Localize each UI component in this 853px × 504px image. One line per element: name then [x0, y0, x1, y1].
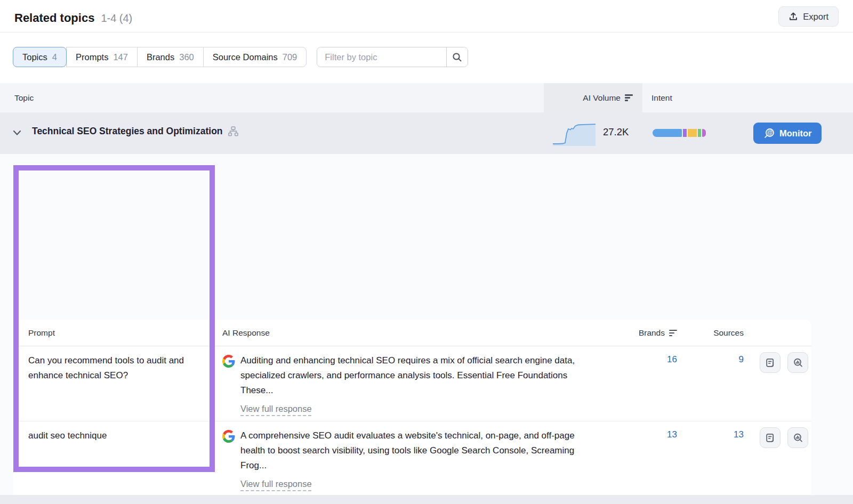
tab-prompts-label: Prompts: [76, 52, 108, 62]
tab-prompts[interactable]: Prompts 147: [66, 47, 138, 67]
prompt-table-row: audit seo technique A comprehensive SEO …: [13, 421, 811, 497]
view-full-response-link[interactable]: View full response: [240, 401, 312, 416]
tab-source-domains[interactable]: Source Domains 709: [203, 47, 307, 67]
prompt-table-row: Can you recommend tools to audit and enh…: [13, 346, 811, 421]
column-header-ai-volume[interactable]: AI Volume: [544, 83, 642, 112]
ai-response-text: A comprehensive SEO audit evaluates a we…: [240, 430, 575, 470]
tab-source-domains-count: 709: [283, 52, 297, 62]
sort-desc-icon: [669, 330, 677, 337]
intent-segment: [698, 129, 701, 137]
analyze-magnifier-button[interactable]: [787, 352, 808, 373]
next-row-edge: [0, 495, 853, 504]
monitor-button-label: Monitor: [779, 128, 811, 139]
tab-brands-count: 360: [179, 52, 194, 62]
column-header-prompt: Prompt: [28, 328, 55, 338]
magnifier-chart-icon: [793, 357, 803, 368]
topic-filter-input[interactable]: [317, 47, 446, 67]
svg-text:@: @: [767, 129, 772, 135]
prompt-table-header: Prompt AI Response Brands Sources: [13, 320, 811, 346]
related-topics-page: Related topics 1-4 (4) Export Topics 4 P…: [0, 0, 853, 504]
brands-count-link[interactable]: 16: [610, 354, 677, 365]
view-full-response-link[interactable]: View full response: [240, 476, 312, 491]
column-header-topic: Topic: [14, 93, 34, 103]
export-button[interactable]: Export: [778, 6, 839, 27]
tab-topics-count: 4: [52, 52, 57, 62]
intent-distribution-bar: [653, 129, 706, 137]
topic-name[interactable]: Technical SEO Strategies and Optimizatio…: [32, 126, 238, 137]
report-button[interactable]: [760, 352, 780, 373]
prompt-text: audit seo technique: [28, 428, 210, 443]
tab-source-domains-label: Source Domains: [213, 52, 278, 62]
document-lines-icon: [765, 433, 776, 443]
ai-volume-label: AI Volume: [583, 93, 621, 103]
filter-bar: Topics 4 Prompts 147 Brands 360 Source D…: [13, 47, 468, 67]
tab-brands-label: Brands: [147, 52, 174, 62]
column-header-brands[interactable]: Brands: [610, 328, 677, 338]
row-actions: [760, 352, 808, 373]
tab-topics-label: Topics: [22, 52, 47, 62]
monitor-button[interactable]: @ Monitor: [753, 123, 822, 144]
column-header-ai-response: AI Response: [222, 328, 270, 338]
search-icon: [452, 52, 462, 62]
ai-response-cell: A comprehensive SEO audit evaluates a we…: [240, 428, 591, 492]
column-header-sources: Sources: [682, 328, 744, 338]
upload-icon: [788, 12, 798, 21]
sources-count[interactable]: 13: [682, 429, 744, 440]
google-logo-icon: [222, 430, 235, 443]
export-button-label: Export: [803, 12, 828, 22]
prompt-text: Can you recommend tools to audit and enh…: [28, 353, 210, 383]
topic-row: Technical SEO Strategies and Optimizatio…: [0, 112, 853, 154]
sources-count[interactable]: 9: [682, 354, 744, 365]
page-header: Related topics 1-4 (4) Export: [14, 7, 839, 29]
prompt-rows: Can you recommend tools to audit and enh…: [13, 346, 811, 504]
ai-volume-value: 27.2K: [603, 126, 629, 138]
brands-count-link[interactable]: 13: [610, 429, 677, 440]
sitemap-icon: [228, 126, 238, 136]
entity-tabs: Topics 4 Prompts 147 Brands 360 Source D…: [13, 47, 307, 67]
ai-response-cell: Auditing and enhancing technical SEO req…: [240, 353, 591, 417]
search-button[interactable]: [446, 47, 468, 67]
row-actions: [760, 427, 808, 448]
sort-desc-icon: [625, 94, 633, 101]
topic-name-label: Technical SEO Strategies and Optimizatio…: [32, 126, 223, 137]
prompt-section: Prompt AI Response Brands Sources Can yo…: [0, 154, 853, 504]
topic-table-header: Topic AI Volume Intent: [0, 83, 853, 112]
tab-brands[interactable]: Brands 360: [137, 47, 204, 67]
page-title: Related topics: [14, 11, 94, 25]
prompt-table-card: Prompt AI Response Brands Sources Can yo…: [13, 320, 811, 504]
intent-segment: [653, 129, 682, 137]
header-divider: [0, 32, 853, 32]
intent-segment: [683, 129, 687, 137]
topic-filter: [317, 47, 468, 67]
report-button[interactable]: [760, 427, 780, 448]
ai-response-text: Auditing and enhancing technical SEO req…: [240, 355, 575, 395]
ai-volume-trend-sparkline: [553, 121, 596, 148]
analyze-magnifier-button[interactable]: [787, 427, 808, 448]
brands-label: Brands: [639, 328, 665, 338]
chevron-down-icon[interactable]: [13, 128, 21, 138]
document-lines-icon: [765, 357, 776, 368]
magnifier-chart-icon: [793, 433, 803, 443]
monitor-at-magnifier-icon: @: [763, 128, 775, 139]
column-header-intent: Intent: [651, 93, 672, 103]
tab-topics[interactable]: Topics 4: [13, 47, 67, 67]
tab-prompts-count: 147: [113, 52, 128, 62]
google-logo-icon: [222, 355, 235, 368]
intent-segment: [688, 129, 697, 137]
page-range-count: 1-4 (4): [101, 12, 132, 25]
intent-segment: [702, 129, 706, 137]
